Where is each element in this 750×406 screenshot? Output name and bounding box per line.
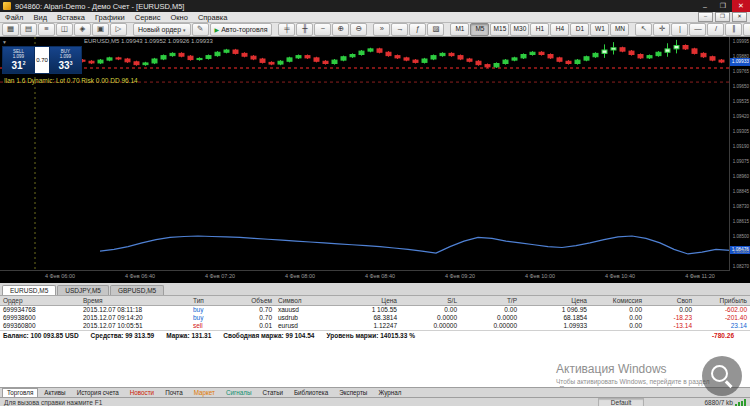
trendline-icon[interactable]: / (707, 23, 724, 36)
order-row[interactable]: 6999347682015.12.07 08:11:18buy0.70xauus… (0, 306, 750, 314)
cell-sl: 0.00000 (400, 322, 460, 330)
metaeditor-icon[interactable]: ✎ (192, 23, 209, 36)
price-axis-label: 1.09995 (733, 39, 749, 44)
timeframe-button-w1[interactable]: W1 (590, 23, 609, 36)
data-window-icon[interactable]: ◫ (56, 23, 73, 36)
order-row[interactable]: 6999386002015.12.07 09:14:20buy0.70usdru… (0, 314, 750, 322)
buy-button[interactable]: BUY 1.099 333 (50, 47, 81, 73)
one-click-trading-panel: SELL 1.099 312 0.70 BUY 1.099 333 (2, 46, 82, 74)
price-axis-label: 1.09075 (733, 159, 749, 164)
zoom-in-icon[interactable]: ⊕ (332, 23, 349, 36)
sell-price-sup: 2 (23, 60, 26, 66)
cell-order: 699360800 (0, 322, 80, 330)
vertical-line-icon[interactable]: | (671, 23, 688, 36)
chart-shift-icon[interactable]: → (391, 23, 408, 36)
terminal-panel-icon[interactable]: ▣ (92, 23, 109, 36)
new-chart-icon[interactable]: ▦ (2, 23, 19, 36)
column-header-swap: Своп (645, 296, 695, 305)
column-header-commission: Комиссия (590, 296, 645, 305)
chart-restore-button[interactable]: ❐ (715, 12, 730, 22)
zoom-overlay-button[interactable] (702, 356, 742, 396)
timeframe-button-h1[interactable]: H1 (530, 23, 549, 36)
market-watch-icon[interactable]: ≡ (38, 23, 55, 36)
templates-icon[interactable]: ▨ (427, 23, 444, 36)
price-axis-label: 1.09880 (733, 54, 749, 59)
timeframe-button-m1[interactable]: M1 (450, 23, 469, 36)
timeframe-button-m15[interactable]: M15 (490, 23, 509, 36)
bar-chart-icon[interactable]: ╪ (278, 23, 295, 36)
time-axis-label: 4 Фев 11:20 (672, 273, 728, 279)
auto-scroll-icon[interactable]: » (373, 23, 390, 36)
price-axis-label: 1.09420 (733, 114, 749, 119)
chart-close-button[interactable]: ✕ (732, 12, 747, 22)
cell-sl: 0.00 (400, 306, 460, 314)
chevron-down-icon: ▾ (183, 27, 186, 33)
cell-order: 699934768 (0, 306, 80, 314)
chart-tab-2[interactable]: GBPUSD,M5 (110, 285, 164, 295)
chart-tab-0[interactable]: EURUSD,M5 (2, 285, 56, 295)
menu-item-1[interactable]: Вид (28, 13, 52, 22)
profile-selector[interactable]: Default (598, 398, 645, 406)
cell-commission: 0.00 (590, 314, 645, 322)
column-header-tp: T/P (460, 296, 520, 305)
fibonacci-icon[interactable]: F (743, 23, 750, 36)
horizontal-line-icon[interactable]: — (689, 23, 706, 36)
new-order-button[interactable]: Новый ордер ▾ (133, 23, 191, 36)
menu-item-3[interactable]: Графики (90, 13, 130, 22)
timeframe-button-m5[interactable]: M5 (470, 23, 489, 36)
column-header-price_cur: Цена (520, 296, 590, 305)
chart-window-controls: – ❐ ✕ (698, 12, 750, 22)
price-axis-label: 1.08615 (733, 219, 749, 224)
timeframe-button-d1[interactable]: D1 (570, 23, 589, 36)
timeframe-button-mn[interactable]: MN (610, 23, 629, 36)
cell-tp: 0.00000 (460, 322, 520, 330)
balance-segment-4: Уровень маржи: 14015.33 % (326, 332, 414, 339)
cell-type: sell (190, 322, 230, 330)
cell-sl: 0.0000 (400, 314, 460, 322)
candlestick-chart-icon[interactable]: ╫ (296, 23, 313, 36)
line-chart-icon[interactable]: ~ (314, 23, 331, 36)
balance-segment-2: Маржа: 131.31 (166, 332, 211, 339)
menu-item-2[interactable]: Вставка (52, 13, 90, 22)
menu-item-5[interactable]: Окно (165, 13, 192, 22)
indicators-icon[interactable]: ƒ (409, 23, 426, 36)
zoom-out-icon[interactable]: ⊖ (350, 23, 367, 36)
channel-icon[interactable]: ∥ (725, 23, 742, 36)
connection-speed-text: 6880/7 kb (704, 399, 733, 406)
chart-minimize-button[interactable]: – (698, 12, 713, 22)
maximize-button[interactable]: ❐ (714, 0, 732, 12)
lot-size-input[interactable]: 0.70 (34, 47, 50, 73)
minimize-button[interactable]: – (696, 0, 714, 12)
close-button[interactable]: ✕ (732, 0, 750, 12)
balance-segment-3: Свободная маржа: 99 104.54 (223, 332, 314, 339)
cell-swap: 0.00 (645, 306, 695, 314)
menu-items: ФайлВидВставкаГрафикиСервисОкноСправка (0, 13, 232, 22)
menu-item-4[interactable]: Сервис (130, 13, 166, 22)
timeframe-button-m30[interactable]: M30 (510, 23, 529, 36)
order-row[interactable]: 6993608002015.12.07 10:05:51sell0.01euru… (0, 322, 750, 330)
chart-area[interactable]: EURUSD,M5 1.09943 1.09952 1.09926 1.0993… (0, 37, 750, 283)
navigator-icon[interactable]: ◈ (74, 23, 91, 36)
sell-button[interactable]: SELL 1.099 312 (3, 47, 34, 73)
cell-symbol: eurusd (275, 322, 330, 330)
menu-item-0[interactable]: Файл (0, 13, 28, 22)
cursor-icon[interactable]: ↖ (635, 23, 652, 36)
autotrading-label: Авто-торговля (221, 26, 267, 33)
autotrading-button[interactable]: ▶ Авто-торговля (210, 23, 273, 36)
buy-price-big: 33 (59, 61, 70, 72)
time-axis-label: 4 Фев 08:40 (352, 273, 408, 279)
current-price-badge: 1.09933 (730, 58, 750, 66)
menu-item-6[interactable]: Справка (193, 13, 232, 22)
strategy-tester-icon[interactable]: ▷ (110, 23, 127, 36)
crosshair-icon[interactable]: ✛ (653, 23, 670, 36)
profiles-icon[interactable]: ▤ (20, 23, 37, 36)
cell-symbol: usdrub (275, 314, 330, 322)
chart-plot[interactable] (0, 37, 730, 271)
timeframe-button-h4[interactable]: H4 (550, 23, 569, 36)
column-header-order: Ордер (0, 296, 80, 305)
column-header-profit: Прибыль (695, 296, 750, 305)
price-axis-label: 1.08960 (733, 174, 749, 179)
price-axis-label: 1.08500 (733, 234, 749, 239)
chart-tab-1[interactable]: USDJPY,M5 (57, 285, 109, 295)
one-click-toggle-arrow[interactable]: ▼ (2, 39, 7, 45)
